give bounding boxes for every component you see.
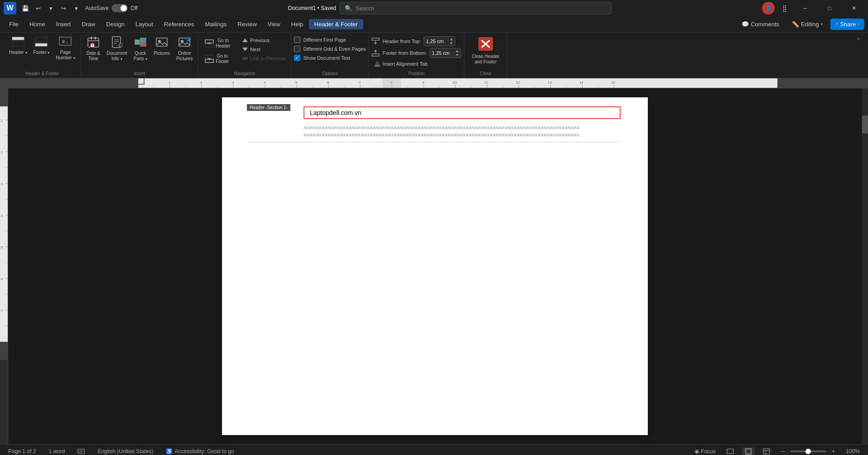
menu-references[interactable]: References xyxy=(159,19,199,29)
menu-review[interactable]: Review xyxy=(232,19,262,29)
title-bar-center: Document1 • Saved 🔍 Search xyxy=(141,2,758,14)
search-box[interactable]: 🔍 Search xyxy=(340,2,612,14)
menu-draw[interactable]: Draw xyxy=(76,19,101,29)
maximize-button[interactable]: □ xyxy=(819,0,840,16)
insert-alignment-tab-button[interactable]: Insert Alignment Tab xyxy=(371,60,461,68)
comments-button[interactable]: 💬 Comments xyxy=(737,19,784,30)
go-to-footer-button[interactable]: Go toFooter xyxy=(201,52,237,66)
footer-from-bottom-row: Footer from Bottom: 1,25 cm ▲▼ xyxy=(371,48,461,58)
alignment-tab-icon xyxy=(374,61,381,67)
show-doc-text-label: Show Document Text xyxy=(303,55,350,61)
position-items: Header from Top: 1,25 cm ▲▼ Footer from … xyxy=(371,34,461,70)
print-layout-button[interactable] xyxy=(742,447,755,455)
header-from-top-input[interactable]: 1,25 cm ▲▼ xyxy=(424,36,455,46)
header-from-top-spinner[interactable]: ▲▼ xyxy=(449,37,453,45)
quick-parts-button[interactable]: QuickParts ▾ xyxy=(131,34,150,63)
text-predictions-icon[interactable] xyxy=(75,447,87,455)
menu-design[interactable]: Design xyxy=(101,19,130,29)
go-to-header-button[interactable]: Go toHeader xyxy=(201,36,237,51)
header-area[interactable]: Header -Section 1- Laptopdell.com.vn aaa… xyxy=(249,106,621,142)
online-pictures-button[interactable]: 🌐 OnlinePictures xyxy=(174,34,195,63)
svg-point-36 xyxy=(246,57,247,59)
menu-file[interactable]: File xyxy=(4,19,24,29)
menu-home[interactable]: Home xyxy=(24,19,51,29)
document-info-button[interactable]: i DocumentInfo ▾ xyxy=(104,34,130,63)
undo-button[interactable]: ↩ xyxy=(33,3,43,14)
previous-icon xyxy=(242,38,248,43)
close-header-footer-button[interactable]: Close Headerand Footer xyxy=(467,34,504,67)
redo-button[interactable]: ↪ xyxy=(58,3,69,14)
svg-text:13: 13 xyxy=(548,81,552,85)
svg-rect-72 xyxy=(383,78,401,88)
footer-from-bottom-input[interactable]: 1,25 cm ▲▼ xyxy=(429,48,461,58)
customize-qat-button[interactable]: ▾ xyxy=(71,3,82,14)
show-doc-text-checkbox[interactable]: Show Document Text xyxy=(294,54,366,62)
menu-layout[interactable]: Layout xyxy=(130,19,159,29)
page-number-button[interactable]: #1 PageNumber ▾ xyxy=(53,34,77,62)
menu-mailings[interactable]: Mailings xyxy=(200,19,232,29)
svg-text:6: 6 xyxy=(1,278,3,281)
word-count[interactable]: 1 word xyxy=(46,447,68,455)
zoom-track[interactable] xyxy=(790,450,826,452)
svg-rect-0 xyxy=(12,37,24,40)
ribbon-collapse-button[interactable]: ⌃ xyxy=(853,34,864,78)
pictures-button[interactable]: Pictures xyxy=(151,34,173,58)
profile-icon[interactable]: 👤 xyxy=(762,2,775,14)
ribbon: Header ▾ Footer ▾ #1 PageNumber ▾ Header… xyxy=(0,33,868,78)
previous-label: Previous xyxy=(250,38,270,43)
web-layout-button[interactable] xyxy=(760,447,773,455)
menu-header-footer[interactable]: Header & Footer xyxy=(309,19,363,29)
ruler: 1 2 3 4 5 6 7 8 9 xyxy=(0,78,868,88)
svg-text:7: 7 xyxy=(1,309,3,312)
focus-button[interactable]: ◉ Focus xyxy=(692,447,719,455)
close-button[interactable]: ✕ xyxy=(844,0,864,16)
diff-first-page-checkbox[interactable]: Different First Page xyxy=(294,36,366,43)
autosave-toggle[interactable] xyxy=(111,4,128,12)
menu-insert[interactable]: Insert xyxy=(51,19,77,29)
diff-first-page-label: Different First Page xyxy=(303,37,346,43)
svg-marker-39 xyxy=(374,43,377,44)
minimize-grid-icon[interactable]: ⣿ xyxy=(778,2,791,14)
undo-dropdown[interactable]: ▾ xyxy=(45,3,56,14)
zoom-out-button[interactable]: ─ xyxy=(778,447,788,455)
print-layout-icon xyxy=(745,448,752,455)
share-button[interactable]: ↑ Share ▾ xyxy=(830,19,864,30)
zoom-level-button[interactable]: 100% xyxy=(843,447,863,455)
svg-text:11: 11 xyxy=(484,81,488,85)
save-button[interactable]: 💾 xyxy=(20,3,31,14)
date-time-button[interactable]: 📅 Date &Time xyxy=(84,34,103,63)
read-mode-button[interactable] xyxy=(724,447,737,455)
link-to-previous-button[interactable]: Link to Previous xyxy=(239,54,288,62)
svg-text:#: # xyxy=(62,39,65,44)
text-icon xyxy=(77,448,85,455)
go-to-header-icon xyxy=(205,39,214,48)
header-text-box[interactable]: Laptopdell.com.vn xyxy=(304,106,621,119)
page-area[interactable]: Header -Section 1- Laptopdell.com.vn aaa… xyxy=(8,88,862,444)
previous-button[interactable]: Previous xyxy=(239,36,288,44)
header-button[interactable]: Header ▾ xyxy=(6,34,30,57)
next-button[interactable]: Next xyxy=(239,45,288,53)
footer-from-bottom-spinner[interactable]: ▲▼ xyxy=(455,49,459,57)
menu-help[interactable]: Help xyxy=(286,19,309,29)
date-time-label: Date &Time xyxy=(87,51,101,62)
show-doc-text-box xyxy=(294,55,300,61)
svg-rect-4 xyxy=(59,37,71,45)
zoom-in-button[interactable]: + xyxy=(829,447,838,455)
menu-view[interactable]: View xyxy=(262,19,286,29)
footer-button[interactable]: Footer ▾ xyxy=(31,34,53,57)
language-button[interactable]: English (United States) xyxy=(95,447,156,455)
share-dropdown-icon: ▾ xyxy=(858,22,859,26)
svg-text:i: i xyxy=(120,43,121,48)
close-group-label: Close xyxy=(467,70,504,78)
editing-button[interactable]: ✏️ Editing ▾ xyxy=(787,19,828,30)
svg-rect-2 xyxy=(35,37,47,42)
page-info[interactable]: Page 1 of 2 xyxy=(5,447,39,455)
zoom-thumb[interactable] xyxy=(805,449,811,454)
svg-text:9: 9 xyxy=(422,81,424,85)
minimize-button[interactable]: ─ xyxy=(795,0,815,16)
header-content[interactable]: Laptopdell.com.vn aaaaaaaaaaaaaaaaaaaaaa… xyxy=(249,106,621,137)
accessibility-button[interactable]: ♿ Accessibility: Good to go xyxy=(163,447,236,455)
header-from-top-value: 1,25 cm xyxy=(426,38,444,44)
diff-odd-even-checkbox[interactable]: Different Odd & Even Pages xyxy=(294,45,366,53)
right-scrollbar[interactable] xyxy=(862,88,868,444)
